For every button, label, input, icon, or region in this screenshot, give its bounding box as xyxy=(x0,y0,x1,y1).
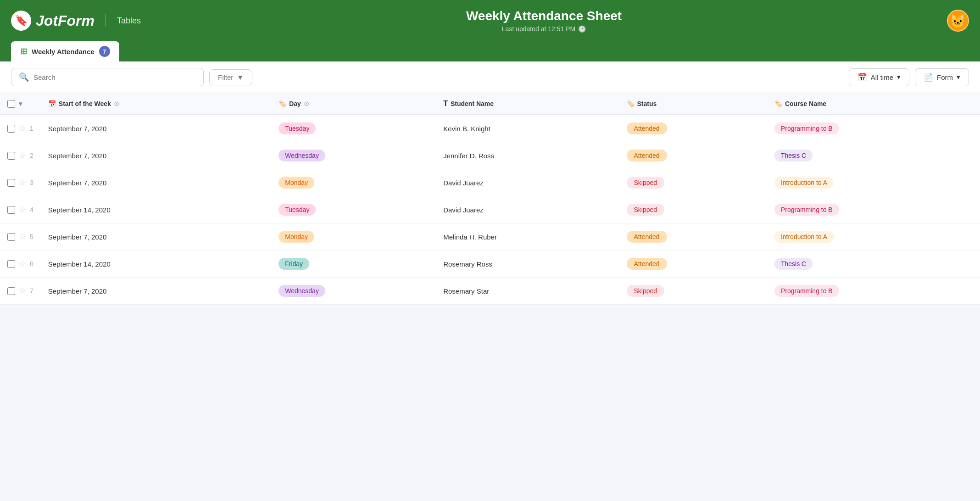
cell-start-of-week-3: September 14, 2020 xyxy=(41,196,271,223)
table-icon: ⊞ xyxy=(20,46,27,56)
row-checkbox-6[interactable] xyxy=(7,287,15,295)
cell-day-5: Friday xyxy=(271,250,436,278)
star-button-3[interactable]: ☆ xyxy=(19,205,26,215)
avatar-emoji: 🐱 xyxy=(950,13,966,28)
cell-course-name-6: Programming to B xyxy=(767,278,980,305)
cell-student-name-6: Rosemary Star xyxy=(436,278,619,305)
star-button-4[interactable]: ☆ xyxy=(19,232,26,242)
logo-text: JotForm xyxy=(36,12,95,29)
filter-label: Filter xyxy=(218,73,233,81)
row-meta: ☆ 3 xyxy=(0,169,41,196)
logo-icon: 🔖 xyxy=(11,11,31,31)
calendar-icon: 📅 xyxy=(858,72,867,82)
cell-status-3: Skipped xyxy=(619,196,767,223)
page-title: Weekly Attendance Sheet xyxy=(466,9,622,23)
cell-course-name-4: Introduction to A xyxy=(767,223,980,250)
weekly-attendance-tab[interactable]: ⊞ Weekly Attendance 7 xyxy=(11,41,119,61)
tab-badge: 7 xyxy=(99,46,110,57)
star-button-2[interactable]: ☆ xyxy=(19,178,26,188)
row-meta: ☆ 6 xyxy=(0,250,41,278)
search-box[interactable]: 🔍 xyxy=(11,68,204,86)
row-meta: ☆ 1 xyxy=(0,115,41,142)
cell-student-name-4: Melinda H. Ruber xyxy=(436,223,619,250)
row-meta: ☆ 7 xyxy=(0,278,41,305)
form-button[interactable]: 📄 Form ▾ xyxy=(915,68,969,86)
logo: 🔖 JotForm xyxy=(11,11,95,31)
calendar-col-icon: 📅 xyxy=(48,100,56,107)
form-icon: 📄 xyxy=(924,72,933,82)
cell-course-name-1: Thesis C xyxy=(767,142,980,169)
star-button-1[interactable]: ☆ xyxy=(19,150,26,161)
cell-day-1: Wednesday xyxy=(271,142,436,169)
app-header: 🔖 JotForm Tables Weekly Attendance Sheet… xyxy=(0,0,980,41)
select-all-checkbox[interactable] xyxy=(7,100,15,108)
status-badge-6: Skipped xyxy=(627,285,665,297)
table-row: ☆ 1 September 7, 2020 Tuesday Kevin B. K… xyxy=(0,115,980,142)
header-right: 🐱 xyxy=(947,10,969,32)
course-badge-4: Introduction to A xyxy=(774,231,834,243)
cell-status-1: Attended xyxy=(619,142,767,169)
cell-status-4: Attended xyxy=(619,223,767,250)
course-badge-1: Thesis C xyxy=(774,150,813,161)
all-time-button[interactable]: 📅 All time ▾ xyxy=(849,68,909,86)
status-badge-1: Attended xyxy=(627,150,667,161)
course-badge-2: Introduction to A xyxy=(774,177,834,189)
tab-label: Weekly Attendance xyxy=(32,48,95,56)
star-button-0[interactable]: ☆ xyxy=(19,123,26,134)
cell-course-name-5: Thesis C xyxy=(767,250,980,278)
sort-icon-week[interactable]: ⊙ xyxy=(114,100,119,107)
day-badge-3: Tuesday xyxy=(278,204,316,216)
search-input[interactable] xyxy=(33,73,196,81)
course-badge-0: Programming to B xyxy=(774,122,839,134)
day-badge-2: Monday xyxy=(278,177,314,189)
cell-day-0: Tuesday xyxy=(271,115,436,142)
table-row: ☆ 3 September 7, 2020 Monday David Juare… xyxy=(0,169,980,196)
star-button-6[interactable]: ☆ xyxy=(19,286,26,296)
day-badge-4: Monday xyxy=(278,231,314,243)
day-badge-0: Tuesday xyxy=(278,122,316,134)
cell-status-2: Skipped xyxy=(619,169,767,196)
row-checkbox-5[interactable] xyxy=(7,260,15,268)
chevron-down-icon-3[interactable]: ▾ xyxy=(19,100,22,107)
tab-bar: ⊞ Weekly Attendance 7 xyxy=(0,41,980,61)
cell-start-of-week-4: September 7, 2020 xyxy=(41,223,271,250)
chevron-down-icon: ▾ xyxy=(897,73,901,81)
table-header-row: ▾ 📅 Start of the Week ⊙ 🏷️ Day ⊙ xyxy=(0,93,980,115)
status-badge-2: Skipped xyxy=(627,177,665,189)
header-divider xyxy=(106,14,106,27)
cell-course-name-2: Introduction to A xyxy=(767,169,980,196)
cell-student-name-3: David Juarez xyxy=(436,196,619,223)
star-button-5[interactable]: ☆ xyxy=(19,259,26,269)
cell-start-of-week-0: September 7, 2020 xyxy=(41,115,271,142)
row-checkbox-1[interactable] xyxy=(7,152,15,160)
row-checkbox-3[interactable] xyxy=(7,206,15,214)
day-badge-6: Wednesday xyxy=(278,285,325,297)
last-updated: Last updated at 12:51 PM 🕐 xyxy=(466,25,622,33)
cell-start-of-week-1: September 7, 2020 xyxy=(41,142,271,169)
cell-status-5: Attended xyxy=(619,250,767,278)
table-row: ☆ 6 September 14, 2020 Friday Rosemary R… xyxy=(0,250,980,278)
row-meta: ☆ 4 xyxy=(0,196,41,223)
filter-button[interactable]: Filter ▼ xyxy=(209,69,252,85)
cell-course-name-0: Programming to B xyxy=(767,115,980,142)
cell-student-name-5: Rosemary Ross xyxy=(436,250,619,278)
table-row: ☆ 2 September 7, 2020 Wednesday Jennifer… xyxy=(0,142,980,169)
col-header-course-name: 🏷️ Course Name xyxy=(767,93,980,115)
status-badge-5: Attended xyxy=(627,258,667,270)
all-time-label: All time xyxy=(871,73,893,81)
row-checkbox-2[interactable] xyxy=(7,179,15,187)
tag-col-icon-day: 🏷️ xyxy=(278,100,286,107)
status-badge-3: Skipped xyxy=(627,204,665,216)
row-number-1: 2 xyxy=(30,152,33,159)
day-badge-5: Friday xyxy=(278,258,309,270)
row-checkbox-4[interactable] xyxy=(7,233,15,241)
table-row: ☆ 4 September 14, 2020 Tuesday David Jua… xyxy=(0,196,980,223)
cell-status-0: Attended xyxy=(619,115,767,142)
cell-day-4: Monday xyxy=(271,223,436,250)
cell-student-name-1: Jennifer D. Ross xyxy=(436,142,619,169)
status-badge-4: Attended xyxy=(627,231,667,243)
row-checkbox-0[interactable] xyxy=(7,125,15,133)
cell-day-2: Monday xyxy=(271,169,436,196)
sort-icon-day[interactable]: ⊙ xyxy=(304,100,309,107)
search-icon: 🔍 xyxy=(19,72,29,82)
